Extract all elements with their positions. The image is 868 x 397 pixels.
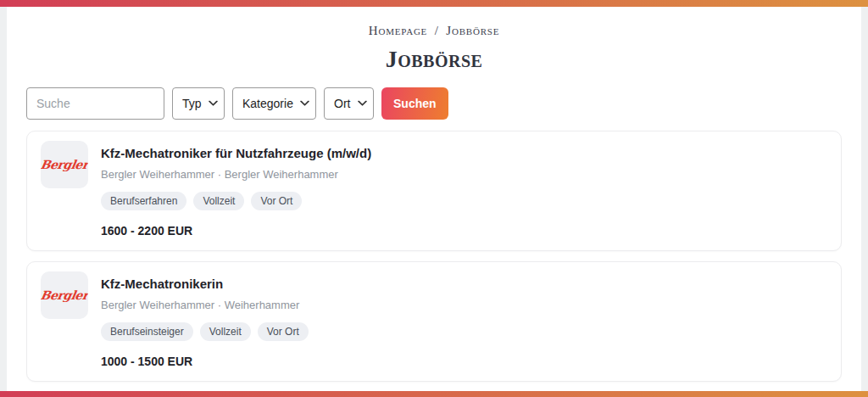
job-tags: Berufserfahren Vollzeit Vor Ort [101,192,827,210]
location-select[interactable]: Ort [324,87,374,120]
job-info: Kfz-Mechatronikerin Bergler Weiherhammer… [101,271,299,311]
type-select[interactable]: Typ [172,87,225,120]
job-title[interactable]: Kfz-Mechatroniker für Nutzfahrzeuge (m/w… [101,146,371,161]
job-title[interactable]: Kfz-Mechatronikerin [101,277,299,292]
job-card[interactable]: Bergler Kfz-Mechatroniker für Nutzfahrze… [26,131,842,251]
company-logo-text: Bergler [41,158,88,171]
job-card-header: Bergler Kfz-Mechatronikerin Bergler Weih… [41,271,827,319]
job-tag-location: Vor Ort [258,322,309,341]
job-tag-location: Vor Ort [251,192,302,210]
job-tag-worktime: Vollzeit [200,322,251,341]
job-company: Bergler Weiherhammer · Weiherhammer [101,299,299,311]
job-company: Bergler Weiherhammer · Bergler Weiherham… [101,168,371,181]
breadcrumb: Homepage / Jobbörse [26,24,842,38]
job-salary: 1600 - 2200 EUR [101,224,827,238]
bottom-accent-bar [0,391,868,397]
job-info: Kfz-Mechatroniker für Nutzfahrzeuge (m/w… [101,141,371,181]
job-tag-experience: Berufseinsteiger [101,322,193,341]
category-select[interactable]: Kategorie [232,87,316,120]
breadcrumb-home-link[interactable]: Homepage [369,24,427,37]
job-card-header: Bergler Kfz-Mechatroniker für Nutzfahrze… [41,141,827,188]
category-filter: Kategorie [232,87,316,120]
company-logo: Bergler [41,141,88,188]
job-salary: 1000 - 1500 EUR [101,355,827,368]
job-tags: Berufseinsteiger Vollzeit Vor Ort [101,322,827,341]
search-filter-bar: Typ Kategorie Ort [26,87,842,120]
page: Homepage / Jobbörse Jobbörse Typ Kategor… [0,0,868,397]
job-tag-experience: Berufserfahren [101,192,186,210]
job-list: Bergler Kfz-Mechatroniker für Nutzfahrze… [26,131,842,382]
main-content: Homepage / Jobbörse Jobbörse Typ Kategor… [7,7,861,391]
company-logo: Bergler [41,271,88,319]
top-accent-bar [0,0,868,7]
location-filter: Ort [324,87,374,120]
breadcrumb-separator: / [435,24,439,37]
search-button[interactable]: Suchen [381,87,448,120]
breadcrumb-current: Jobbörse [446,24,499,37]
job-card[interactable]: Bergler Kfz-Mechatronikerin Bergler Weih… [26,261,842,382]
search-input[interactable] [26,87,164,120]
job-tag-worktime: Vollzeit [193,192,244,210]
type-filter: Typ [172,87,225,120]
company-logo-text: Bergler [41,288,88,302]
page-title: Jobbörse [26,46,842,73]
